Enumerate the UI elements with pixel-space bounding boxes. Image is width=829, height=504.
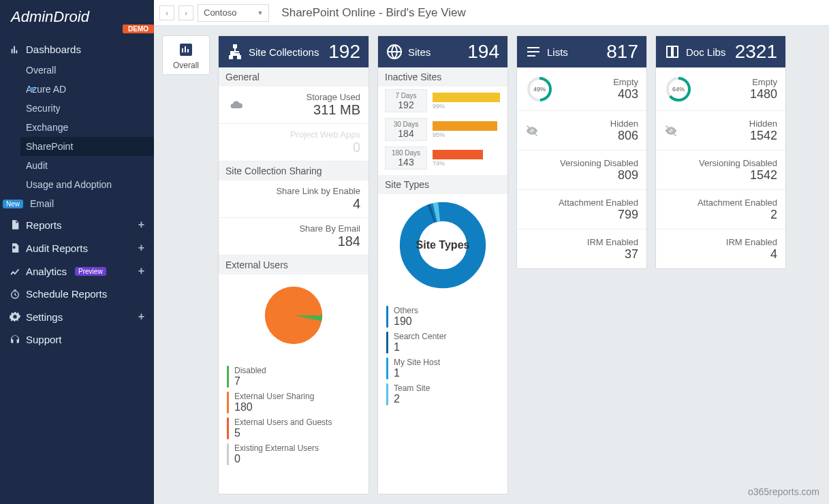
headset-icon [10,334,20,345]
donut-label: Site Types [416,239,470,251]
card-value: 2321 [735,41,777,63]
stats-row-empty[interactable]: 49% Empty403 [517,67,646,110]
legend-item[interactable]: External Users and Guests5 [227,418,360,439]
stat-value: 806 [618,129,638,143]
tab-overall[interactable]: Overall [162,35,210,75]
demo-badge: DEMO [123,25,154,33]
card-doc-libs: Doc Libs 2321 64% Empty1480 Hidden1542 V… [655,35,786,269]
sidebar-item-audit[interactable]: Audit [20,156,154,175]
stat-value: 809 [618,168,638,183]
tabcol: Overall [162,35,210,494]
back-button[interactable]: ‹ [159,5,174,20]
stat-label: Hidden [610,119,638,129]
sidebar-item-label: Email [30,198,54,209]
card-header[interactable]: Sites 194 [378,36,507,67]
card-lists: Lists 817 49% Empty403 Hidden806 Version… [516,35,647,269]
plus-icon: + [138,242,144,254]
nav-reports[interactable]: Reports + [0,213,154,236]
card-site-collections: Site Collections 192 General Storage Use… [218,35,369,494]
card-title: Site Collections [249,46,319,58]
nav-settings[interactable]: Settings + [0,305,154,328]
row-share-email[interactable]: Share By Email184 [219,218,369,255]
cloud-icon [227,98,246,112]
card-header[interactable]: Doc Libs 2321 [656,36,785,67]
globe-icon [386,44,403,60]
legend-item[interactable]: External User Sharing180 [227,392,360,413]
stats-row-empty[interactable]: 64% Empty1480 [656,67,785,110]
card-title: Lists [547,46,568,58]
nav-analytics-label: Analytics [26,266,67,277]
plus-icon: + [138,219,144,231]
nav-analytics[interactable]: AnalyticsPreview + [0,259,154,283]
legend-item[interactable]: Team Site2 [386,383,499,405]
sidebar-item-overall[interactable]: Overall [20,61,154,80]
stat-label: Hidden [749,119,777,129]
svg-text:64%: 64% [672,86,685,93]
forward-button[interactable]: › [178,5,193,20]
sidebar-item-sharepoint[interactable]: SharePoint [20,137,154,156]
page-title: SharePoint Online - Bird's Eye View [281,6,465,20]
nav-support[interactable]: Support [0,328,154,351]
section-types: Site Types [378,175,507,194]
stats-row-irm[interactable]: IRM Enabled4 [656,229,785,268]
stat-label: Empty [752,77,777,87]
stats-row-hidden[interactable]: Hidden1542 [656,110,785,150]
nav-audit-reports[interactable]: Audit Reports + [0,236,154,259]
library-icon [664,44,681,60]
row-share-link[interactable]: Share Link by Enable4 [219,180,369,218]
section-general: General [219,67,369,86]
stats-row-hidden[interactable]: Hidden806 [517,110,646,150]
nav-reports-label: Reports [26,219,62,231]
row-value: 0 [353,140,360,155]
row-storage[interactable]: Storage Used311 MB [219,86,369,124]
ring-chart: 64% [664,75,693,104]
stats-row-attachment[interactable]: Attachment Enabled2 [656,189,785,229]
stat-value: 799 [618,208,638,222]
row-value: 311 MB [313,102,360,118]
card-value: 194 [467,41,499,63]
nav-support-label: Support [26,334,62,345]
inactive-row[interactable]: 7 Days19299% [378,86,507,115]
sidebar-item-label: Security [26,103,61,114]
stats-row-attachment[interactable]: Attachment Enabled799 [517,189,646,229]
inactive-row[interactable]: 180 Days14374% [378,144,507,172]
nav-schedule-reports[interactable]: Schedule Reports [0,283,154,305]
inactive-rows: 7 Days19299%30 Days18495%180 Days14374% [378,86,507,172]
row-pwa[interactable]: Project Web Apps0 [219,124,369,161]
sidebar-item-usage-adoption[interactable]: Usage and Adoption [20,175,154,194]
stat-value: 1542 [750,129,777,143]
plus-icon: + [138,311,144,323]
caret-down-icon: ▼ [257,10,263,16]
topbar: ‹ › Contoso▼ SharePoint Online - Bird's … [154,0,829,26]
legend-item[interactable]: My Site Host1 [386,358,499,379]
card-header[interactable]: Site Collections 192 [219,36,369,67]
sidebar-item-email[interactable]: NewEmail [20,194,154,213]
stats-row-versioning[interactable]: Versioning Disabled809 [517,150,646,189]
tenant-dropdown[interactable]: Contoso▼ [198,4,269,22]
stat-value: 37 [625,247,638,262]
eye-off-icon [664,124,678,138]
inactive-row[interactable]: 30 Days18495% [378,115,507,144]
legend-item[interactable]: Disabled7 [227,366,360,388]
stats-row-irm[interactable]: IRM Enabled37 [517,229,646,268]
plus-icon: + [138,265,144,277]
legend-external-users: Disabled7External User Sharing180Externa… [219,356,369,475]
svg-text:49%: 49% [533,86,546,93]
sidebar-item-exchange[interactable]: Exchange [20,118,154,137]
nav-dashboards[interactable]: Dashboards [0,38,154,61]
row-value: 184 [338,234,360,249]
card-header[interactable]: Lists 817 [517,36,646,67]
pie-chart [263,285,324,346]
stats-row-versioning[interactable]: Versioning Disabled1542 [656,150,785,189]
legend-item[interactable]: Existing External Users0 [227,443,360,465]
donut-site-types: Site Types [378,194,507,296]
section-inactive: Inactive Sites [378,67,507,86]
cards: Site Collections 192 General Storage Use… [218,35,821,494]
row-label: Storage Used [307,92,361,102]
legend-item[interactable]: Search Center1 [386,332,499,353]
sidebar-item-azure-ad[interactable]: Azure AD [20,80,154,99]
card-title: Doc Libs [686,46,725,58]
card-value: 192 [328,41,360,63]
legend-item[interactable]: Others190 [386,306,499,328]
sidebar-item-security[interactable]: Security [20,99,154,118]
